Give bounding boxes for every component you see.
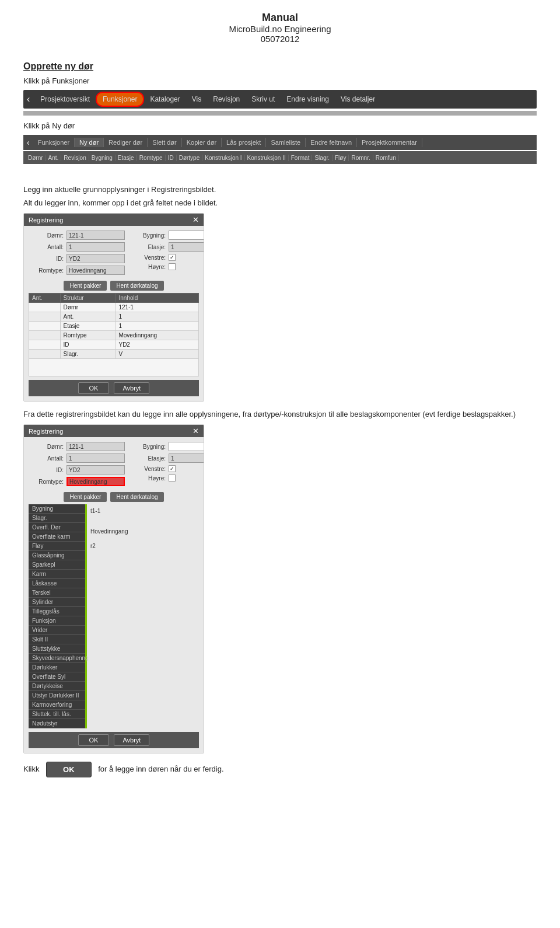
dropdown-item-sluttstykke[interactable]: Sluttstykke [29,644,85,654]
col-bygning: Bygning [89,155,116,161]
nav-item-skriv-ut[interactable]: Skriv ut [246,93,281,106]
dropdown-item-bygning[interactable]: Bygning [29,504,85,514]
form1-antall-value[interactable]: 1 [66,242,125,252]
form1-dornr-value[interactable]: 121-1 [66,231,125,240]
form2-id-value[interactable]: YD2 [66,465,125,475]
sub-nav-kopier-dor[interactable]: Kopier dør [182,138,222,147]
dropdown-item-laskasse[interactable]: Låskasse [29,579,85,588]
dropdown-item-dorlukker[interactable]: Dørlukker [29,663,85,672]
form1-antall-row: Antall: 1 [29,242,125,252]
sub-nav-arrow[interactable]: ‹ [27,138,30,147]
nav-item-revisjon[interactable]: Revisjon [207,93,246,106]
sub-nav-las-prosjekt[interactable]: Lås prosjekt [222,138,266,147]
table-cell-innhold: YD2 [116,340,199,350]
nav-item-funksjoner[interactable]: Funksjoner [96,92,144,107]
form2-bygning-value[interactable] [169,442,204,451]
form2-etasje-value[interactable]: 1 [169,453,204,463]
dropdown-item-sluttek[interactable]: Sluttek. till. lås. [29,710,85,719]
form2-avbryt-btn[interactable]: Avbryt [114,734,149,746]
form2-antall-value[interactable]: 1 [66,453,125,463]
sub-nav-slett-dor[interactable]: Slett dør [148,138,182,147]
dropdown-item-glassapning[interactable]: Glassåpning [29,551,85,560]
form1-hoyre-row: Høyre: [131,263,204,270]
nav-bar-1: ‹ Prosjektoversikt Funksjoner Kataloger … [23,90,537,109]
sub-nav-ny-dor[interactable]: Ny dør [75,138,104,147]
nav-item-vis[interactable]: Vis [186,93,207,106]
sub-nav-samleliste[interactable]: Samleliste [266,138,306,147]
final-text-after: for å legge inn døren når du er ferdig. [98,765,223,773]
form1-avbryt-btn[interactable]: Avbryt [114,382,149,394]
form2-right-col: Bygning: Etasje: 1 Venstre: ✓ Høyre: [131,442,204,489]
form2-ok-btn[interactable]: OK [78,734,110,746]
col-ant: Ant. [46,155,62,161]
form2-venstre-row: Venstre: ✓ [131,465,204,472]
sub-nav-endre-feltnavn[interactable]: Endre feltnavn [306,138,357,147]
dropdown-item-slagr[interactable]: Slagr. [29,514,85,523]
form1-hent-pakker-btn[interactable]: Hent pakker [64,281,107,291]
section1-heading: Opprette ny dør [23,61,537,72]
table-cell-ant [29,322,61,331]
table-row: Ant. 1 [29,312,199,322]
dropdown-item-skyvedersnapphenng[interactable]: Skyvedersnapphenng [29,654,85,663]
form2-close[interactable]: ✕ [192,427,199,435]
dropdown-item-terskel[interactable]: Terskel [29,588,85,598]
form1-hoyre-checkbox[interactable] [169,263,176,270]
dropdown-item-overflate-syl[interactable]: Overflate Syl [29,672,85,682]
dropdown-item-sylinder[interactable]: Sylinder [29,598,85,607]
nav-item-kataloger[interactable]: Kataloger [144,93,186,106]
dropdown-item-karm[interactable]: Karm [29,570,85,579]
dropdown-item-vrider[interactable]: Vrider [29,626,85,635]
form1-id-row: ID: YD2 [29,254,125,263]
dropdown-item-utstyr-dorlukker-ii[interactable]: Utstyr Dørlukker II [29,691,85,700]
form1-data-table: Ant. Struktur Innhold Dørnr 121-1 Ant. 1 [29,293,199,376]
sub-nav-prosjektkommentar[interactable]: Prosjektkommentar [357,138,422,147]
form1-romtype-value[interactable]: Hovedinngang [66,266,125,275]
form1-hent-dorkatalog-btn[interactable]: Hent dørkatalog [110,281,163,291]
form2-two-col: Dørnr: 121-1 Antall: 1 ID: YD2 Romtype: … [29,442,199,489]
dropdown-item-skilt-ii[interactable]: Skilt II [29,635,85,644]
col-floy: Fløy [332,155,349,161]
form1-content: Dørnr: 121-1 Antall: 1 ID: YD2 Romtype: … [24,226,204,401]
form2-id-label: ID: [29,467,66,473]
dropdown-item-floy[interactable]: Fløy [29,542,85,551]
registration-form-1: Registrering ✕ Dørnr: 121-1 Antall: 1 ID… [23,213,204,402]
form1-venstre-checkbox[interactable]: ✓ [169,254,176,261]
sub-nav-rediger-dor[interactable]: Rediger dør [104,138,148,147]
nav-arrow-1[interactable]: ‹ [27,94,30,104]
dropdown-item-dortykkeise[interactable]: Dørtykkeise [29,682,85,691]
nav-item-prosjektoversikt[interactable]: Prosjektoversikt [34,93,96,106]
dropdown-item-overflate-karm[interactable]: Overflate karm [29,532,85,542]
form2-hent-dorkatalog-btn[interactable]: Hent dørkatalog [110,492,163,502]
dropdown-item-funksjon[interactable]: Funksjon [29,616,85,626]
dropdown-val-3: r2 [89,542,197,550]
form1-title: Registrering [29,217,63,224]
form1-id-value[interactable]: YD2 [66,254,125,263]
dropdown-item-nodutstyr[interactable]: Nødutstyr [29,719,85,728]
sub-nav-funksjoner[interactable]: Funksjoner [33,138,75,147]
form1-bygning-value[interactable] [169,231,204,240]
form1-btn-row: Hent pakker Hent dørkatalog [29,281,199,291]
table-cell-ant [29,350,61,359]
dropdown-item-karmoverforing[interactable]: Karmoverforing [29,700,85,710]
final-ok-button[interactable]: OK [46,762,92,777]
page-wrapper: Manual MicroBuild.no Engineering 0507201… [0,0,560,801]
nav-item-vis-detaljer[interactable]: Vis detaljer [335,93,381,106]
form2-venstre-checkbox[interactable]: ✓ [169,465,176,472]
dropdown-item-tilleggslас[interactable]: Tilleggslås [29,607,85,616]
table-col-struktur: Struktur [60,294,116,303]
dropdown-item-overfl-dor[interactable]: Overfl. Dør [29,523,85,532]
table-cell-struktur: ID [60,340,116,350]
form2-dornr-value[interactable]: 121-1 [66,442,125,451]
form1-ok-btn[interactable]: OK [78,382,110,394]
dropdown-val-1: t1-1 [89,507,197,515]
dropdown-item-sparkepl[interactable]: Sparkepl [29,560,85,570]
form1-antall-label: Antall: [29,244,66,250]
nav-item-endre-visning[interactable]: Endre visning [281,93,335,106]
form1-etasje-value[interactable]: 1 [169,242,204,252]
table-cell-struktur: Ant. [60,312,116,322]
form1-close[interactable]: ✕ [192,215,199,224]
form2-hoyre-checkbox[interactable] [169,475,176,482]
form2-romtype-value[interactable]: Hovedinngang [66,477,125,486]
form2-dornr-label: Dørnr: [29,444,66,450]
form2-hent-pakker-btn[interactable]: Hent pakker [64,492,107,502]
